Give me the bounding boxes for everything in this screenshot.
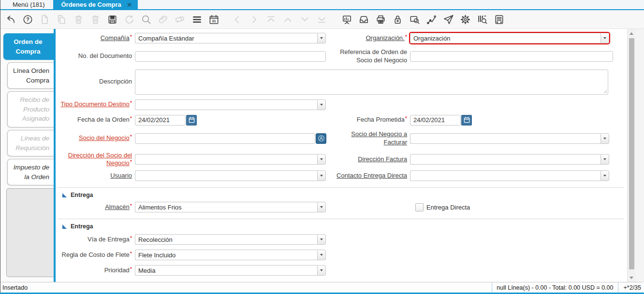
last-record-icon[interactable] xyxy=(316,14,327,25)
status-totals: null Línea(s) - 0.00 - Total: 0.00 USD =… xyxy=(492,282,617,293)
chevron-down-icon[interactable] xyxy=(317,99,326,110)
fecha-orden-label: Fecha de la Orden* xyxy=(58,116,135,124)
chevron-down-icon[interactable] xyxy=(317,170,326,181)
delete-record-icon[interactable] xyxy=(73,14,84,25)
entrega-directa-checkbox[interactable] xyxy=(415,203,424,211)
previous-record-icon[interactable] xyxy=(231,14,243,25)
tab-menu[interactable]: Menú (181) xyxy=(4,0,53,9)
no-documento-input[interactable] xyxy=(135,51,326,62)
scrollbar-thumb[interactable] xyxy=(629,38,634,269)
svg-text:31: 31 xyxy=(212,19,216,23)
fecha-orden-input[interactable] xyxy=(135,115,186,126)
scroll-down-icon[interactable] xyxy=(628,274,635,281)
chevron-down-icon[interactable] xyxy=(600,33,609,43)
window-tab-bar: Menú (181) Órdenes de Compra ✕ xyxy=(0,0,644,10)
chevron-down-icon[interactable] xyxy=(317,33,326,43)
contacto-entrega-input[interactable] xyxy=(410,170,600,181)
first-record-icon[interactable] xyxy=(265,14,277,25)
no-documento-label: No. del Documento xyxy=(58,52,135,60)
workflow-icon[interactable] xyxy=(425,14,437,25)
archive-icon[interactable] xyxy=(358,14,369,25)
find-icon[interactable] xyxy=(140,14,152,25)
direccion-socio-input[interactable] xyxy=(135,154,317,165)
chevron-down-icon[interactable] xyxy=(317,202,326,212)
compania-input[interactable] xyxy=(135,33,317,43)
organizacion-combo xyxy=(410,33,609,43)
via-entrega-combo xyxy=(135,234,326,245)
tipo-documento-destino-combo xyxy=(135,99,326,110)
organizacion-input[interactable] xyxy=(410,33,600,43)
attachment-icon[interactable] xyxy=(157,14,169,25)
regla-flete-combo xyxy=(135,250,326,260)
calendar-picker-icon[interactable] xyxy=(461,115,472,126)
send-request-icon[interactable] xyxy=(442,14,454,25)
socio-negocio-input[interactable] xyxy=(135,133,315,144)
prioridad-combo xyxy=(135,265,326,276)
tipo-documento-destino-input[interactable] xyxy=(135,99,317,110)
via-entrega-input[interactable] xyxy=(135,234,317,245)
sidebar-tab-label: Recibo de Producto Asignado xyxy=(20,96,49,122)
undo-icon[interactable] xyxy=(5,14,16,25)
chevron-down-icon[interactable] xyxy=(600,154,609,165)
sidebar-tab-linea-orden-compra[interactable]: Línea Orden Compra xyxy=(7,62,54,89)
lock-icon[interactable] xyxy=(392,14,403,25)
almacen-input[interactable] xyxy=(135,202,317,212)
sidebar-tab-orden-de-compra[interactable]: Orden de Compra xyxy=(3,33,54,60)
new-record-icon[interactable] xyxy=(39,14,50,25)
referencia-input[interactable] xyxy=(410,51,613,62)
parent-record-icon[interactable] xyxy=(282,14,293,25)
section-entrega-2[interactable]: Entrega xyxy=(58,219,624,233)
sidebar-tab-impuesto-de-la-orden[interactable]: Impuesto de la Orden xyxy=(7,159,54,185)
print-icon[interactable] xyxy=(375,14,386,25)
descripcion-textarea[interactable] xyxy=(135,70,608,95)
fecha-prometida-input[interactable] xyxy=(410,115,461,126)
grid-toggle-icon[interactable] xyxy=(191,14,203,25)
preference-gear-icon[interactable] xyxy=(459,14,471,25)
chevron-down-icon[interactable] xyxy=(317,250,326,260)
direccion-socio-label: Dirección del Socio del Negocio* xyxy=(58,152,135,168)
chat-icon[interactable] xyxy=(174,14,186,25)
chevron-down-icon[interactable] xyxy=(600,170,609,181)
tab-menu-label: Menú (181) xyxy=(13,1,44,8)
sidebar-tab-lineas-de-requisicion[interactable]: Líneas de Requisición xyxy=(7,130,54,156)
regla-flete-label: Regla de Costo de Flete* xyxy=(58,251,135,259)
status-bar: Insertado null Línea(s) - 0.00 - Total: … xyxy=(0,282,644,293)
calendar-icon[interactable]: 31 xyxy=(208,14,220,25)
sidebar-tab-label: Línea Orden Compra xyxy=(13,67,49,84)
product-info-icon[interactable] xyxy=(476,14,488,25)
record-counter: +*2/35 xyxy=(618,282,644,293)
close-tab-icon[interactable]: ✕ xyxy=(127,1,132,8)
delete-selection-icon[interactable] xyxy=(89,14,101,25)
chevron-down-icon[interactable] xyxy=(317,234,326,245)
sidebar-tab-recibo-producto-asignado[interactable]: Recibo de Producto Asignado xyxy=(7,91,54,127)
usuario-input[interactable] xyxy=(135,170,317,181)
chevron-down-icon[interactable] xyxy=(600,133,609,144)
calendar-picker-icon[interactable] xyxy=(186,115,197,126)
chevron-down-icon[interactable] xyxy=(317,154,326,165)
prioridad-input[interactable] xyxy=(135,265,317,276)
report-icon[interactable] xyxy=(341,14,352,25)
order-form: Compañía* Organización.* No. del Documen… xyxy=(54,29,627,282)
next-record-icon[interactable] xyxy=(248,14,260,25)
toolbar: ? 31 xyxy=(0,10,644,29)
socio-facturar-input[interactable] xyxy=(410,133,600,144)
status-message: Insertado xyxy=(0,282,28,293)
scroll-up-icon[interactable] xyxy=(628,30,635,37)
help-icon[interactable]: ? xyxy=(22,14,33,25)
referencia-label: Referencia de Orden de Socio del Negocio xyxy=(329,48,410,65)
direccion-factura-input[interactable] xyxy=(410,154,600,165)
almacen-label: Almacén* xyxy=(58,203,135,211)
copy-record-icon[interactable] xyxy=(56,14,67,25)
chevron-down-icon[interactable] xyxy=(317,265,326,276)
detail-record-icon[interactable] xyxy=(299,14,310,25)
save-icon[interactable] xyxy=(106,14,118,25)
direccion-factura-label: Dirección Factura xyxy=(329,155,410,164)
quick-form-icon[interactable] xyxy=(493,14,505,25)
business-partner-search-icon[interactable] xyxy=(316,133,326,144)
zoom-across-icon[interactable] xyxy=(409,14,420,25)
tab-ordenes-label: Órdenes de Compra xyxy=(61,1,121,8)
section-entrega-1[interactable]: Entrega xyxy=(58,187,624,202)
regla-flete-input[interactable] xyxy=(135,250,317,260)
tab-ordenes-de-compra[interactable]: Órdenes de Compra ✕ xyxy=(53,0,138,9)
refresh-icon[interactable] xyxy=(123,14,135,25)
